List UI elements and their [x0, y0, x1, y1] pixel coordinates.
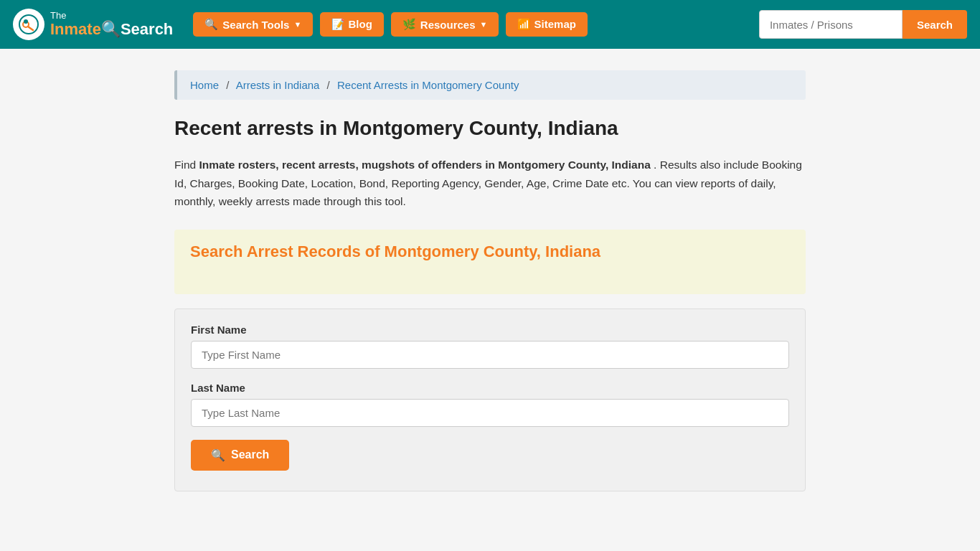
search-tools-button[interactable]: 🔍 Search Tools ▼ [193, 12, 313, 37]
last-name-group: Last Name [191, 382, 789, 427]
search-submit-button[interactable]: 🔍 Search [191, 440, 289, 471]
blog-label: Blog [348, 18, 372, 30]
resources-button[interactable]: 🌿 Resources ▼ [391, 12, 499, 37]
page-description: Find Inmate rosters, recent arrests, mug… [174, 156, 806, 211]
search-section: Search Arrest Records of Montgomery Coun… [174, 230, 806, 294]
breadcrumb-sep-2: / [327, 79, 330, 91]
nav-search-wrap: Search [759, 10, 967, 39]
search-form: First Name Last Name 🔍 Search [174, 309, 806, 491]
last-name-input[interactable] [191, 399, 789, 427]
search-section-title: Search Arrest Records of Montgomery Coun… [190, 242, 790, 261]
search-tools-caret: ▼ [293, 20, 301, 29]
breadcrumb-home[interactable]: Home [190, 79, 219, 91]
logo-text: The Inmate🔍Search [50, 11, 173, 38]
nav-search-button[interactable]: Search [903, 10, 967, 39]
search-submit-label: Search [231, 448, 269, 461]
search-tools-icon: 🔍 [204, 18, 218, 31]
resources-icon: 🌿 [402, 18, 416, 31]
logo-icon [13, 9, 44, 40]
description-bold: Inmate rosters, recent arrests, mugshots… [199, 159, 650, 171]
logo: The Inmate🔍Search [13, 9, 173, 40]
search-tools-label: Search Tools [222, 19, 289, 31]
sitemap-label: Sitemap [534, 18, 576, 30]
first-name-input[interactable] [191, 341, 789, 369]
breadcrumb-current[interactable]: Recent Arrests in Montgomery County [337, 79, 519, 91]
main-content: Home / Arrests in Indiana / Recent Arres… [160, 49, 820, 520]
sitemap-button[interactable]: 📶 Sitemap [506, 12, 588, 37]
resources-caret: ▼ [480, 20, 488, 29]
description-intro: Find [174, 159, 199, 171]
first-name-label: First Name [191, 324, 789, 336]
first-name-group: First Name [191, 324, 789, 369]
resources-label: Resources [420, 19, 476, 31]
search-submit-icon: 🔍 [211, 448, 225, 462]
svg-point-3 [24, 19, 28, 24]
nav-search-input[interactable] [759, 10, 903, 39]
blog-icon: 📝 [331, 18, 345, 30]
last-name-label: Last Name [191, 382, 789, 394]
nav-search-button-label: Search [917, 19, 953, 31]
breadcrumb: Home / Arrests in Indiana / Recent Arres… [174, 70, 806, 100]
page-title: Recent arrests in Montgomery County, Ind… [174, 117, 806, 140]
breadcrumb-sep-1: / [226, 79, 229, 91]
breadcrumb-arrests-indiana[interactable]: Arrests in Indiana [236, 79, 320, 91]
navbar: The Inmate🔍Search 🔍 Search Tools ▼ 📝 Blo… [0, 0, 980, 49]
blog-button[interactable]: 📝 Blog [320, 12, 384, 37]
sitemap-icon: 📶 [517, 18, 531, 30]
